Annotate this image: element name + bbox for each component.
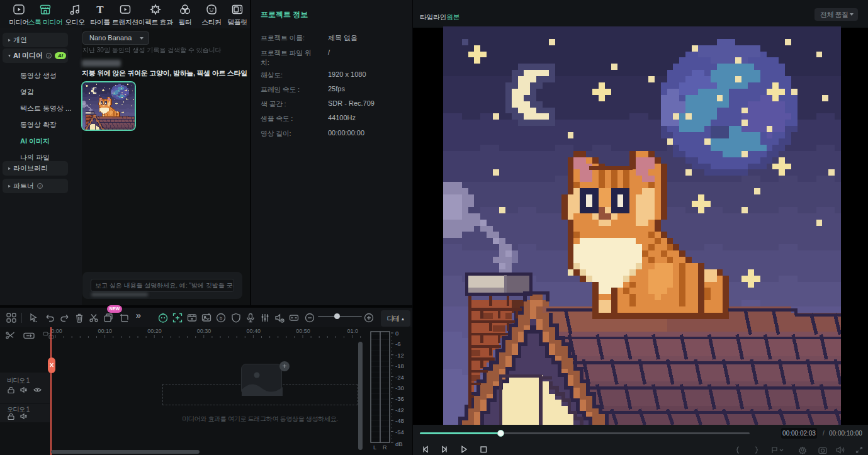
svg-text:T: T xyxy=(96,4,104,16)
svg-text:-6: -6 xyxy=(395,340,400,347)
svg-text:R: R xyxy=(383,444,387,451)
svg-text:00:20: 00:20 xyxy=(147,328,162,334)
svg-text:dB: dB xyxy=(395,441,403,447)
svg-text:-18: -18 xyxy=(395,362,404,369)
svg-text:01:0: 01:0 xyxy=(347,328,358,334)
svg-text:-48: -48 xyxy=(395,417,404,424)
svg-text:-24: -24 xyxy=(395,374,404,381)
svg-text:00:40: 00:40 xyxy=(247,328,261,334)
svg-text:00:50: 00:50 xyxy=(296,328,310,334)
svg-text:-30: -30 xyxy=(395,385,404,391)
svg-text:-12: -12 xyxy=(395,352,404,359)
svg-text:-54: -54 xyxy=(395,429,404,435)
svg-text:L: L xyxy=(373,444,376,451)
svg-text:b: b xyxy=(220,315,223,321)
svg-text:0: 0 xyxy=(395,331,398,337)
svg-text:-36: -36 xyxy=(395,395,404,402)
svg-text:00:30: 00:30 xyxy=(197,328,211,334)
svg-text:00:10: 00:10 xyxy=(98,328,112,334)
svg-text:-42: -42 xyxy=(395,407,404,413)
